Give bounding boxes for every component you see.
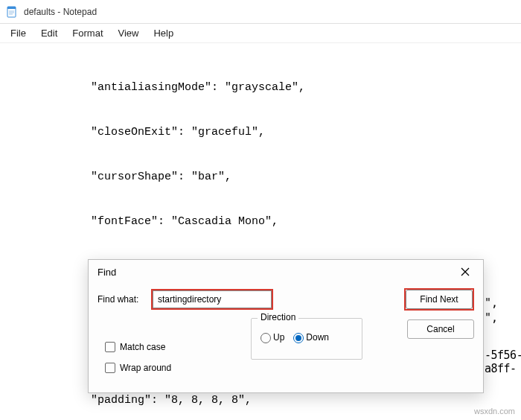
menu-format[interactable]: Format [65,25,110,41]
match-case-option[interactable]: Match case [105,342,171,352]
code-line: "padding": "8, 8, 8, 8", [9,393,512,408]
match-case-label: Match case [120,342,165,352]
radio-icon [293,333,304,343]
find-next-button[interactable]: Find Next [406,290,473,309]
menubar: File Edit Format View Help [0,24,521,43]
find-dialog-titlebar[interactable]: Find [89,260,483,284]
menu-help[interactable]: Help [146,25,181,41]
direction-legend: Direction [258,312,298,322]
find-dialog-title: Find [98,267,116,278]
wrap-around-label: Wrap around [120,363,171,373]
menu-file[interactable]: File [3,25,33,41]
find-what-input[interactable] [153,290,272,308]
find-dialog-body: Find what: Find Next Cancel Direction Up… [89,284,483,388]
code-line: "fontFace": "Cascadia Mono", [9,214,512,229]
close-icon [461,267,470,276]
find-what-label: Find what: [98,294,145,305]
wrap-around-option[interactable]: Wrap around [105,363,171,373]
find-dialog: Find Find what: Find Next Cancel Directi… [88,259,484,393]
code-peek: -5f56-a8ff- [485,349,521,375]
cancel-button[interactable]: Cancel [407,319,474,339]
close-button[interactable] [455,261,476,282]
notepad-icon [6,6,18,18]
find-input-highlight [151,289,273,310]
svg-rect-1 [7,7,16,9]
direction-down-option[interactable]: Down [293,332,329,343]
code-line: "antialiasingMode": "grayscale", [9,80,512,95]
radio-icon [260,333,271,343]
checkbox-icon [105,342,115,352]
menu-edit[interactable]: Edit [33,25,65,41]
code-line: "cursorShape": "bar", [9,170,512,185]
code-peek: ", [485,311,498,325]
window-title: defaults - Notepad [24,7,97,17]
find-next-highlight: Find Next [404,288,474,311]
window-titlebar: defaults - Notepad [0,0,521,24]
watermark: wsxdn.com [474,407,515,416]
menu-view[interactable]: View [111,25,147,41]
direction-up-option[interactable]: Up [260,332,284,343]
checkbox-icon [105,363,115,373]
code-peek: ", [485,296,498,310]
direction-group: Direction Up Down [251,318,362,360]
code-line: "closeOnExit": "graceful", [9,125,512,140]
